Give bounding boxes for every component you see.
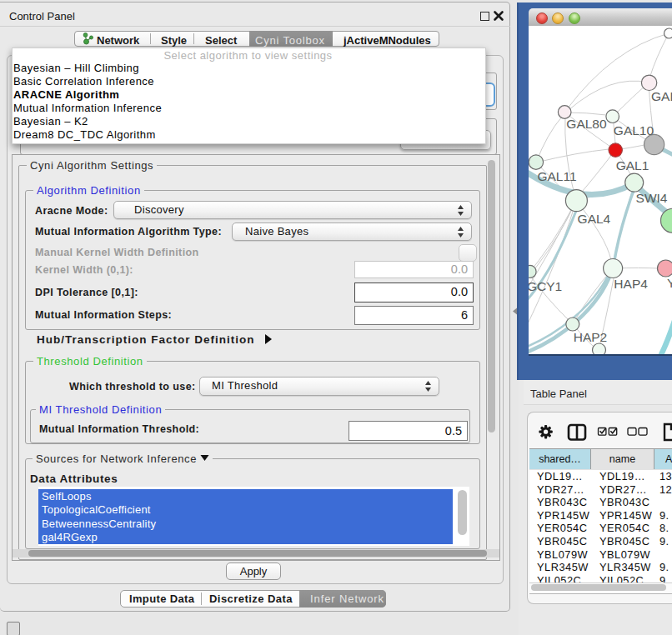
svg-text:HAP4: HAP4 bbox=[614, 277, 648, 291]
svg-text:Y: Y bbox=[667, 276, 672, 290]
svg-text:GAL1: GAL1 bbox=[616, 158, 649, 172]
svg-text:GAL10: GAL10 bbox=[614, 123, 654, 138]
svg-text:HAP2: HAP2 bbox=[574, 330, 608, 344]
svg-text:SWI4: SWI4 bbox=[636, 191, 668, 205]
svg-text:GAL11: GAL11 bbox=[537, 169, 576, 183]
svg-text:GAL80: GAL80 bbox=[566, 117, 607, 131]
svg-text:GCY1: GCY1 bbox=[529, 279, 562, 293]
svg-text:GAL4: GAL4 bbox=[578, 212, 611, 226]
svg-text:GAL7: GAL7 bbox=[651, 89, 672, 103]
